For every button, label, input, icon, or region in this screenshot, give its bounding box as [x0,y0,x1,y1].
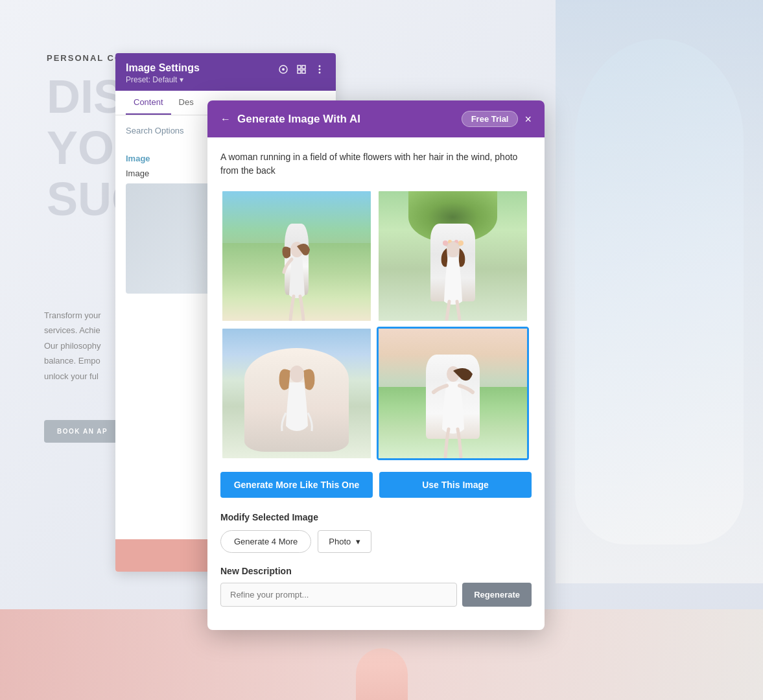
panel-header-left: Image Settings Preset: Default ▾ [126,62,200,84]
close-button[interactable]: × [524,113,532,125]
image-cell-1[interactable] [220,189,373,323]
more-icon[interactable] [314,64,325,75]
chevron-down-icon: ▾ [356,537,360,546]
panel-header-icons [277,64,325,75]
svg-rect-2 [298,65,301,69]
tab-design[interactable]: Des [171,91,202,115]
use-image-button[interactable]: Use This Image [379,472,532,498]
target-icon[interactable] [277,64,289,75]
modify-controls: Generate 4 More Photo ▾ [220,530,532,553]
svg-point-14 [458,240,464,246]
svg-point-16 [290,366,304,382]
ai-modal-title-area: ← Generate Image With AI [220,113,360,126]
background-book-button: BOOK AN AP [44,420,121,443]
image-2 [379,191,527,321]
ai-modal-body: A woman running in a field of white flow… [207,137,545,630]
free-trial-badge[interactable]: Free Trial [462,111,519,127]
prompt-row: Regenerate [220,583,532,607]
modify-title: Modify Selected Image [220,512,532,522]
svg-point-15 [447,242,460,257]
background-woman-silhouette [575,39,744,544]
background-avatar [356,648,408,700]
regenerate-button[interactable]: Regenerate [462,583,532,607]
image-3 [222,329,371,458]
svg-point-1 [282,68,285,71]
svg-rect-5 [302,70,305,73]
panel-title: Image Settings [126,62,200,74]
image-4 [379,329,527,458]
ai-description: A woman running in a field of white flow… [220,150,532,178]
svg-point-11 [443,240,448,246]
ai-modal-header-right: Free Trial × [462,111,532,127]
new-description-section: New Description Regenerate [220,566,532,607]
svg-point-8 [319,72,321,74]
image-cell-4[interactable] [377,327,529,460]
action-buttons: Generate More Like This One Use This Ima… [220,472,532,498]
grid-icon[interactable] [296,64,307,75]
image-1 [222,191,371,321]
tab-content[interactable]: Content [126,91,171,115]
svg-rect-4 [298,70,301,73]
image-cell-3[interactable] [220,327,373,460]
panel-preset[interactable]: Preset: Default ▾ [126,75,200,84]
generate-4-button[interactable]: Generate 4 More [220,530,311,553]
new-description-title: New Description [220,566,532,576]
ai-modal-header: ← Generate Image With AI Free Trial × [207,100,545,137]
back-button[interactable]: ← [220,113,231,125]
svg-point-7 [319,69,321,71]
background-body-text: Transform your services. Achie Our philo… [44,308,101,384]
svg-rect-3 [302,65,305,69]
ai-modal-title: Generate Image With AI [237,113,360,126]
modify-section: Modify Selected Image Generate 4 More Ph… [220,512,532,553]
photo-select[interactable]: Photo ▾ [318,530,371,553]
images-grid [220,189,532,460]
generate-more-button[interactable]: Generate More Like This One [220,472,373,498]
prompt-input[interactable] [220,583,457,607]
image-cell-2[interactable] [377,189,529,323]
panel-header: Image Settings Preset: Default ▾ [115,53,336,91]
photo-select-label: Photo [329,537,351,546]
svg-point-6 [319,65,321,67]
ai-modal: ← Generate Image With AI Free Trial × A … [207,100,545,630]
